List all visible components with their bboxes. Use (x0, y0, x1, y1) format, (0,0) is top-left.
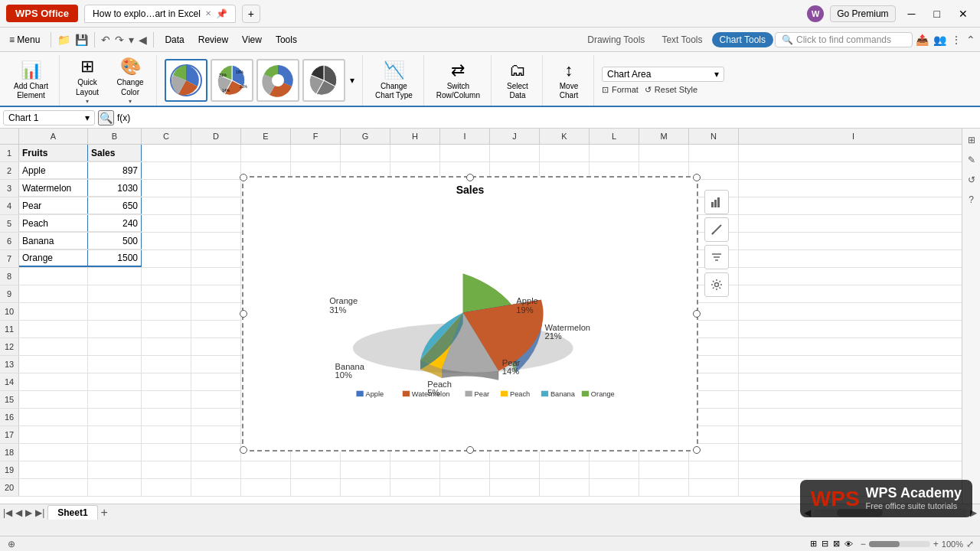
chart-tool-filter-button[interactable] (704, 245, 729, 269)
cell-D3[interactable] (191, 180, 241, 197)
search-box[interactable]: 🔍 Click to find commands (775, 32, 913, 47)
menu-tools[interactable]: Tools (270, 31, 303, 48)
cell-B16[interactable] (88, 409, 142, 425)
right-panel-btn-1[interactable]: ⊞ (964, 132, 978, 148)
resize-handle-tr[interactable] (693, 174, 701, 181)
cell-C18[interactable] (142, 444, 191, 461)
collaborate-button[interactable]: 👥 (932, 32, 948, 47)
change-color-button[interactable]: 🎨 Change Color ▾ (110, 55, 150, 106)
normal-view-btn[interactable]: ⊞ (808, 539, 818, 549)
chart-style-1[interactable] (165, 59, 207, 102)
cell-E19[interactable] (241, 461, 291, 478)
cell-B1[interactable]: Sales (88, 145, 142, 161)
menu-toggle-button[interactable]: ≡ Menu (3, 31, 46, 48)
cell-C15[interactable] (142, 391, 191, 408)
cell-D13[interactable] (191, 356, 241, 373)
col-header-i[interactable]: I (440, 129, 490, 144)
chart-area-select[interactable]: Chart Area ▾ (602, 67, 724, 82)
cell-D19[interactable] (191, 461, 241, 478)
cell-D6[interactable] (191, 233, 241, 249)
resize-handle-mr[interactable] (693, 310, 701, 318)
cell-D15[interactable] (191, 391, 241, 408)
cell-D5[interactable] (191, 215, 241, 232)
cell-N20[interactable] (689, 479, 739, 496)
cell-M1[interactable] (639, 145, 689, 161)
sheet-tab-sheet1[interactable]: Sheet1 (47, 505, 97, 520)
cell-D7[interactable] (191, 250, 241, 267)
cell-A5[interactable]: Peach (19, 215, 88, 232)
cell-B19[interactable] (88, 461, 142, 478)
cell-D2[interactable] (191, 162, 241, 179)
cell-A3[interactable]: Watermelon (19, 180, 88, 197)
cell-C16[interactable] (142, 409, 191, 425)
cell-C2[interactable] (142, 162, 191, 179)
chart-style-4[interactable] (302, 59, 345, 102)
format-button[interactable]: ⊡ Format (602, 85, 639, 95)
cell-C4[interactable] (142, 197, 191, 214)
col-header-f[interactable]: F (291, 129, 341, 144)
cell-B6[interactable]: 500 (88, 233, 142, 249)
cell-D9[interactable] (191, 285, 241, 302)
change-chart-type-button[interactable]: 📉 ChangeChart Type (371, 57, 417, 103)
change-color-arrow[interactable]: ▾ (129, 98, 132, 105)
cell-E1[interactable] (241, 145, 291, 161)
cell-N1[interactable] (689, 145, 739, 161)
col-header-g[interactable]: G (341, 129, 390, 144)
move-chart-button[interactable]: ↕ MoveChart (550, 57, 587, 103)
magnify-button[interactable]: 🔍 (98, 110, 114, 126)
cell-B15[interactable] (88, 391, 142, 408)
menu-view[interactable]: View (236, 31, 268, 48)
style-scroll-button[interactable]: ▾ (348, 73, 356, 87)
cell-G1[interactable] (341, 145, 390, 161)
add-sheet-button[interactable]: + (101, 506, 108, 520)
cell-A4[interactable]: Pear (19, 197, 88, 214)
page-break-btn[interactable]: ⊠ (831, 539, 841, 549)
formula-input[interactable] (133, 111, 977, 125)
select-data-button[interactable]: 🗂 SelectData (499, 57, 536, 103)
next-sheet-btn[interactable]: ▶ (25, 507, 32, 518)
maximize-button[interactable]: □ (928, 5, 946, 23)
more-options-button[interactable]: ⋮ (949, 32, 963, 47)
cell-I19[interactable] (440, 461, 490, 478)
cell-A20[interactable] (19, 479, 88, 496)
share-button[interactable]: 📤 (914, 32, 930, 47)
col-header-c[interactable]: C (142, 129, 191, 144)
cell-J1[interactable] (490, 145, 540, 161)
cell-B12[interactable] (88, 338, 142, 355)
prev-sheet-button[interactable]: ◀ (137, 32, 149, 47)
document-tab[interactable]: How to explo…art in Excel ✕ 📌 (84, 5, 236, 23)
chart-style-2[interactable]: 19% 21% 14% 31% (211, 59, 253, 102)
chart-tool-settings-button[interactable] (704, 272, 729, 297)
cell-C6[interactable] (142, 233, 191, 249)
resize-handle-ml[interactable] (240, 310, 247, 318)
cell-C13[interactable] (142, 356, 191, 373)
cell-A6[interactable]: Banana (19, 233, 88, 249)
cell-C14[interactable] (142, 373, 191, 390)
add-tab-button[interactable]: + (242, 5, 260, 23)
cell-K19[interactable] (540, 461, 590, 478)
resize-handle-tl[interactable] (240, 174, 247, 181)
cell-L1[interactable] (590, 145, 639, 161)
cell-D12[interactable] (191, 338, 241, 355)
close-button[interactable]: ✕ (952, 5, 974, 23)
wps-logo-button[interactable]: WPS Office (6, 5, 78, 22)
col-header-h[interactable]: H (390, 129, 440, 144)
cell-A15[interactable] (19, 391, 88, 408)
cell-G20[interactable] (341, 479, 390, 496)
col-header-l[interactable]: L (590, 129, 639, 144)
cell-A18[interactable] (19, 444, 88, 461)
resize-handle-bl[interactable] (240, 446, 247, 454)
cell-I20[interactable] (440, 479, 490, 496)
cell-C11[interactable] (142, 321, 191, 337)
cell-D11[interactable] (191, 321, 241, 337)
pie-chart-svg[interactable]: Apple 19% Watermelon 21% Pear 14% Peach … (256, 199, 684, 398)
cell-H1[interactable] (390, 145, 440, 161)
first-sheet-btn[interactable]: |◀ (3, 507, 12, 518)
zoom-in-btn[interactable]: + (933, 539, 939, 549)
col-header-m[interactable]: M (639, 129, 689, 144)
cell-B2[interactable]: 897 (88, 162, 142, 179)
cell-A19[interactable] (19, 461, 88, 478)
cell-A1[interactable]: Fruits (19, 145, 88, 161)
menu-data[interactable]: Data (158, 31, 190, 48)
cell-A16[interactable] (19, 409, 88, 425)
